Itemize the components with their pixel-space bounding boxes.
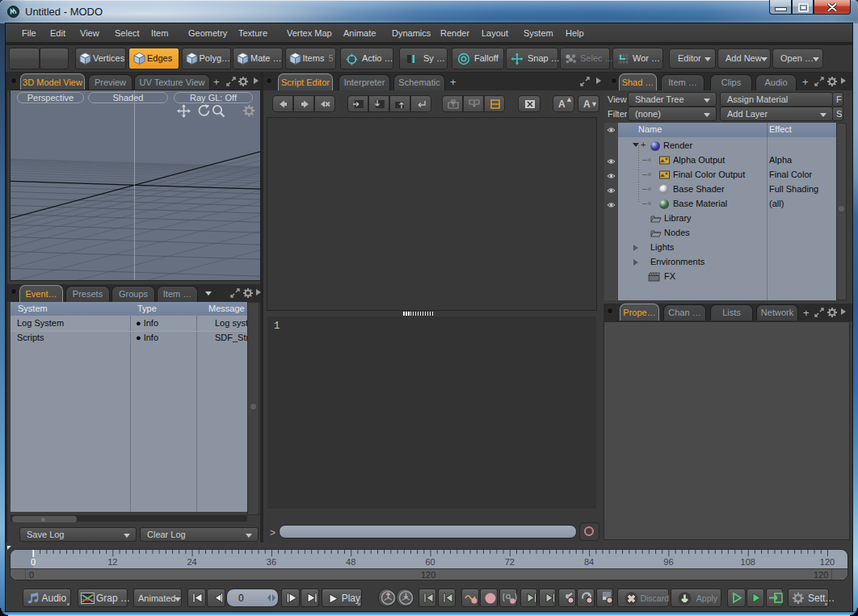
svg-text:60: 60 <box>425 557 435 567</box>
svg-text:96: 96 <box>663 557 673 567</box>
svg-text:48: 48 <box>346 557 355 567</box>
svg-text:108: 108 <box>741 557 755 567</box>
svg-text:24: 24 <box>187 557 196 567</box>
svg-text:0: 0 <box>31 557 36 567</box>
svg-text:72: 72 <box>505 557 515 567</box>
svg-text:84: 84 <box>584 557 594 567</box>
svg-text:36: 36 <box>267 557 276 567</box>
svg-text:120: 120 <box>820 557 835 567</box>
svg-text:12: 12 <box>107 557 117 567</box>
